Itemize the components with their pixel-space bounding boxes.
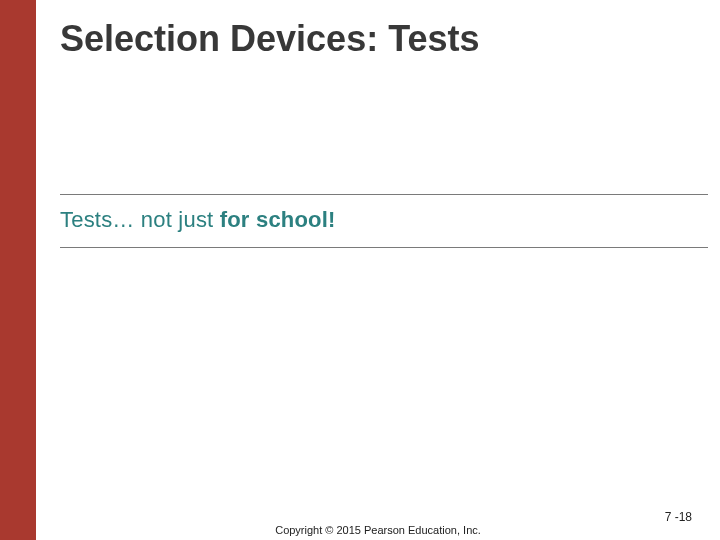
copyright-text: Copyright © 2015 Pearson Education, Inc.: [36, 524, 720, 536]
slide-content: Selection Devices: Tests Tests… not just…: [36, 0, 720, 540]
tagline-text: Tests… not just for school!: [60, 195, 708, 247]
divider-bottom: [60, 247, 708, 248]
accent-sidebar: [0, 0, 36, 540]
tagline-bold: for school!: [220, 207, 336, 232]
page-number: 7 -18: [665, 510, 692, 524]
slide-title: Selection Devices: Tests: [60, 18, 480, 60]
tagline-block: Tests… not just for school!: [60, 194, 708, 248]
tagline-light: Tests… not just: [60, 207, 220, 232]
